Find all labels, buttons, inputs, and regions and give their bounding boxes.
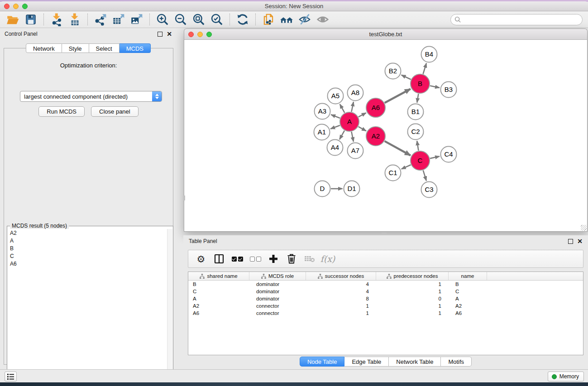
graph-node-C3[interactable]: C3 (421, 182, 437, 198)
duplicate-network-button[interactable] (259, 12, 277, 27)
graph-edge-C-C2[interactable] (417, 141, 418, 151)
graph-node-B1[interactable]: B1 (408, 104, 424, 120)
save-session-button[interactable] (22, 12, 40, 27)
graph-node-C2[interactable]: C2 (408, 124, 424, 140)
graph-edge-A-A2[interactable] (359, 127, 366, 131)
zoom-in-button[interactable] (153, 12, 172, 27)
graph-node-D1[interactable]: D1 (344, 181, 360, 197)
select-all-columns-button[interactable] (229, 251, 245, 267)
zoom-selected-button[interactable] (208, 12, 226, 27)
close-table-panel-icon[interactable]: ✕ (577, 239, 583, 244)
tab-style[interactable]: Style (62, 43, 89, 53)
graph-edge-B-B1[interactable] (417, 94, 418, 103)
graph-node-C[interactable]: C (411, 151, 430, 170)
network-window-titlebar[interactable]: testGlobe.txt (184, 29, 588, 40)
export-image-button[interactable] (128, 12, 146, 27)
column-header-shared-name[interactable]: shared name (188, 272, 249, 280)
task-history-button[interactable] (5, 372, 17, 381)
graph-node-B3[interactable]: B3 (441, 82, 457, 98)
refresh-view-button[interactable] (234, 12, 252, 27)
table-row[interactable]: A6connector11A6 (188, 310, 583, 317)
table-row[interactable]: Cdominator41C (188, 288, 583, 295)
graph-edge-A-A8[interactable] (351, 102, 353, 112)
tab-network[interactable]: Network (26, 43, 62, 53)
graph-node-C1[interactable]: C1 (385, 165, 401, 181)
graph-edge-A6-B[interactable] (385, 89, 411, 103)
mcds-result-item[interactable]: A2 (8, 229, 167, 237)
graph-edge-A-A1[interactable] (330, 125, 340, 129)
graph-edge-B-B4[interactable] (423, 63, 426, 74)
graph-node-A5[interactable]: A5 (328, 88, 344, 104)
graph-edge-C-C4[interactable] (430, 156, 440, 158)
tab-select[interactable]: Select (89, 43, 120, 53)
import-network-button[interactable] (48, 12, 66, 27)
function-builder-button[interactable]: f(x) (320, 251, 336, 267)
delete-column-button[interactable] (283, 251, 300, 267)
network-canvas[interactable]: B4B2BB3A8A5A6A3B1AA1C2A2A4A7C4CC1DD1C3 (184, 40, 588, 232)
graph-edge-B-B3[interactable] (430, 86, 440, 88)
zoom-fit-button[interactable] (190, 12, 208, 27)
column-header-MCDS-role[interactable]: MCDS role (249, 272, 306, 280)
unselect-all-columns-button[interactable] (247, 251, 263, 267)
split-columns-button[interactable] (211, 251, 227, 267)
graph-node-D[interactable]: D (315, 181, 330, 197)
search-input[interactable] (461, 15, 582, 24)
delete-table-button[interactable] (301, 251, 318, 267)
table-row[interactable]: Adominator80A (188, 295, 583, 302)
resize-grip[interactable] (581, 225, 587, 231)
run-mcds-button[interactable]: Run MCDS (38, 106, 85, 117)
graph-node-A2[interactable]: A2 (366, 127, 385, 146)
mcds-result-item[interactable]: A (8, 237, 167, 244)
show-graphics-details-button[interactable] (314, 12, 332, 27)
graph-edge-A-A7[interactable] (351, 132, 353, 142)
table-settings-button[interactable]: ⚙ (193, 251, 209, 267)
graph-node-C4[interactable]: C4 (441, 147, 457, 162)
canvas-horizontal-scroll-nub[interactable] (382, 233, 387, 234)
memory-button[interactable]: Memory (548, 372, 584, 381)
float-table-panel-icon[interactable] (568, 239, 573, 244)
graph-node-A3[interactable]: A3 (315, 104, 330, 119)
tab-node-table[interactable]: Node Table (300, 357, 345, 367)
graph-node-A1[interactable]: A1 (314, 124, 330, 140)
open-session-button[interactable] (4, 12, 22, 27)
graph-edge-B-B2[interactable] (402, 75, 411, 80)
hide-graphics-details-button[interactable] (296, 12, 314, 27)
tab-edge-table[interactable]: Edge Table (344, 357, 389, 367)
import-table-button[interactable] (66, 12, 84, 27)
tab-motifs[interactable]: Motifs (441, 357, 472, 367)
graph-edge-A-A3[interactable] (331, 114, 340, 118)
column-header-successor-nodes[interactable]: successor nodes (306, 272, 376, 280)
graph-edge-C-C3[interactable] (423, 170, 426, 181)
tab-mcds[interactable]: MCDS (120, 43, 151, 53)
optimization-criterion-select[interactable]: largest connected component (directed) (20, 91, 162, 102)
column-header-predecessor-nodes[interactable]: predecessor nodes (376, 272, 449, 280)
graph-edge-A-A5[interactable] (340, 104, 344, 113)
graph-node-B4[interactable]: B4 (421, 47, 437, 62)
graph-node-A8[interactable]: A8 (348, 85, 363, 101)
export-network-button[interactable] (91, 12, 110, 27)
column-header-name[interactable]: name (449, 272, 487, 280)
graph-node-B2[interactable]: B2 (385, 63, 401, 79)
graph-edge-C-C1[interactable] (402, 165, 411, 169)
home-button[interactable] (277, 12, 296, 27)
zoom-out-button[interactable] (172, 12, 190, 27)
add-column-button[interactable] (265, 251, 282, 267)
close-panel-icon[interactable]: ✕ (167, 32, 172, 37)
graph-edge-A-A6[interactable] (359, 113, 366, 117)
tab-network-table[interactable]: Network Table (389, 357, 441, 367)
float-panel-icon[interactable] (158, 32, 163, 37)
graph-node-A7[interactable]: A7 (348, 143, 363, 159)
table-row[interactable]: A2connector11A2 (188, 302, 583, 310)
graph-node-A6[interactable]: A6 (366, 98, 385, 117)
graph-edge-A2-C[interactable] (385, 141, 411, 156)
graph-node-B[interactable]: B (411, 74, 430, 93)
graph-edge-A-A4[interactable] (339, 131, 344, 140)
graph-node-A4[interactable]: A4 (327, 140, 343, 156)
mcds-result-item[interactable]: B (8, 244, 167, 252)
graph-node-A[interactable]: A (340, 112, 359, 131)
canvas-vertical-scroll-nub[interactable] (183, 195, 185, 200)
mcds-result-item[interactable]: C (8, 252, 167, 260)
export-table-button[interactable] (110, 12, 128, 27)
table-row[interactable]: Bdominator41B (188, 281, 583, 288)
result-scrollbar[interactable] (167, 229, 172, 379)
